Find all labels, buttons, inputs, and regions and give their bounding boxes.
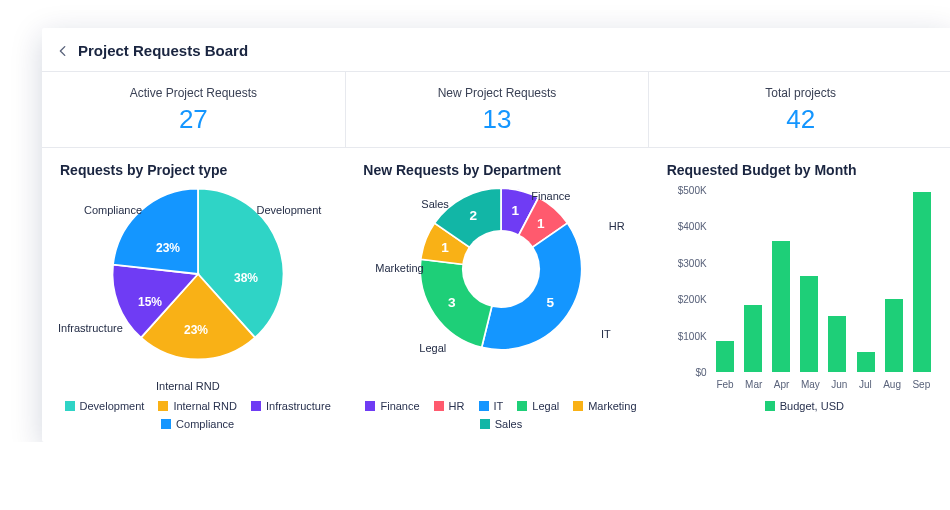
svg-text:5: 5 xyxy=(547,295,555,310)
legend-item: Budget, USD xyxy=(765,400,844,412)
slice-label: Compliance xyxy=(84,204,142,216)
panel-requests-by-type: Requests by Project type Development Int… xyxy=(42,148,345,442)
svg-text:1: 1 xyxy=(512,203,520,218)
back-icon[interactable] xyxy=(56,44,70,58)
kpi-label: New Project Requests xyxy=(356,86,639,100)
legend-label: Development xyxy=(80,400,145,412)
slice-label: IT xyxy=(601,328,611,340)
legend-item: HR xyxy=(434,400,465,412)
kpi-label: Active Project Requests xyxy=(52,86,335,100)
y-axis-tick: $0 xyxy=(667,367,707,378)
legend-label: HR xyxy=(449,400,465,412)
legend-label: Infrastructure xyxy=(266,400,331,412)
legend-label: Sales xyxy=(495,418,523,430)
legend-swatch xyxy=(158,401,168,411)
legend-swatch xyxy=(517,401,527,411)
bar-chart-budget: $0$100K$200K$300K$400K$500KFebMarAprMayJ… xyxy=(667,184,942,394)
pie-chart-type: Development Internal RND Infrastructure … xyxy=(60,184,335,394)
slice-label: Finance xyxy=(531,190,570,202)
x-axis-tick: Apr xyxy=(774,379,790,390)
legend-swatch xyxy=(573,401,583,411)
legend-label: Finance xyxy=(380,400,419,412)
header-bar: Project Requests Board xyxy=(42,28,950,72)
kpi-new: New Project Requests 13 xyxy=(346,72,650,147)
kpi-label: Total projects xyxy=(659,86,942,100)
legend-item: Marketing xyxy=(573,400,636,412)
y-axis-tick: $500K xyxy=(667,185,707,196)
x-axis-tick: Jun xyxy=(831,379,847,390)
legend-swatch xyxy=(765,401,775,411)
x-axis-tick: Sep xyxy=(912,379,930,390)
y-axis-tick: $400K xyxy=(667,221,707,232)
svg-text:1: 1 xyxy=(537,216,545,231)
chart-title: New Requests by Department xyxy=(363,162,638,178)
y-axis-tick: $200K xyxy=(667,294,707,305)
chart-title: Requests by Project type xyxy=(60,162,335,178)
slice-label: Marketing xyxy=(375,262,423,274)
slice-label: Infrastructure xyxy=(58,322,123,334)
legend-item: Legal xyxy=(517,400,559,412)
panel-budget-by-month: Requested Budget by Month $0$100K$200K$3… xyxy=(649,148,950,442)
bar xyxy=(828,316,846,372)
legend-item: Infrastructure xyxy=(251,400,331,412)
kpi-value: 13 xyxy=(356,104,639,135)
x-axis-tick: Jul xyxy=(859,379,872,390)
dashboard-board: Project Requests Board Active Project Re… xyxy=(42,28,950,442)
legend-item: Internal RND xyxy=(158,400,237,412)
slice-value: 15% xyxy=(138,295,162,309)
slice-value: 23% xyxy=(184,323,208,337)
legend-label: Internal RND xyxy=(173,400,237,412)
x-axis-tick: May xyxy=(801,379,820,390)
kpi-value: 42 xyxy=(659,104,942,135)
x-axis-tick: Aug xyxy=(883,379,901,390)
bar xyxy=(744,305,762,372)
slice-label: HR xyxy=(609,220,625,232)
bar xyxy=(772,241,790,372)
bar xyxy=(800,276,818,372)
slice-label: Sales xyxy=(421,198,449,210)
svg-text:2: 2 xyxy=(469,208,477,223)
legend-label: IT xyxy=(494,400,504,412)
donut-chart-dept: 115312 Finance HR IT Legal Marketing Sal… xyxy=(363,184,638,394)
bar xyxy=(716,341,734,372)
x-axis-tick: Mar xyxy=(745,379,762,390)
kpi-value: 27 xyxy=(52,104,335,135)
legend-item: IT xyxy=(479,400,504,412)
bar xyxy=(857,352,875,372)
bar xyxy=(885,299,903,372)
legend-swatch xyxy=(365,401,375,411)
slice-value: 23% xyxy=(156,241,180,255)
legend-label: Legal xyxy=(532,400,559,412)
legend-item: Development xyxy=(65,400,145,412)
svg-point-6 xyxy=(462,230,540,308)
legend-label: Budget, USD xyxy=(780,400,844,412)
legend-swatch xyxy=(479,401,489,411)
legend-item: Compliance xyxy=(161,418,234,430)
legend-item: Sales xyxy=(480,418,523,430)
slice-value: 38% xyxy=(234,271,258,285)
chart-legend: FinanceHRITLegalMarketingSales xyxy=(363,400,638,430)
svg-text:3: 3 xyxy=(448,295,456,310)
chart-legend: Budget, USD xyxy=(667,400,942,412)
legend-swatch xyxy=(434,401,444,411)
slice-label: Internal RND xyxy=(156,380,220,392)
x-axis-tick: Feb xyxy=(716,379,733,390)
panel-requests-by-dept: New Requests by Department 115312 Financ… xyxy=(345,148,648,442)
svg-text:1: 1 xyxy=(441,240,449,255)
legend-label: Marketing xyxy=(588,400,636,412)
legend-swatch xyxy=(251,401,261,411)
bar xyxy=(913,192,931,372)
kpi-total: Total projects 42 xyxy=(649,72,950,147)
chart-title: Requested Budget by Month xyxy=(667,162,942,178)
legend-item: Finance xyxy=(365,400,419,412)
charts-row: Requests by Project type Development Int… xyxy=(42,148,950,442)
page-title: Project Requests Board xyxy=(78,42,248,59)
slice-label: Legal xyxy=(419,342,446,354)
slice-label: Development xyxy=(257,204,322,216)
legend-swatch xyxy=(480,419,490,429)
legend-label: Compliance xyxy=(176,418,234,430)
legend-swatch xyxy=(161,419,171,429)
y-axis-tick: $100K xyxy=(667,330,707,341)
legend-swatch xyxy=(65,401,75,411)
kpi-active: Active Project Requests 27 xyxy=(42,72,346,147)
